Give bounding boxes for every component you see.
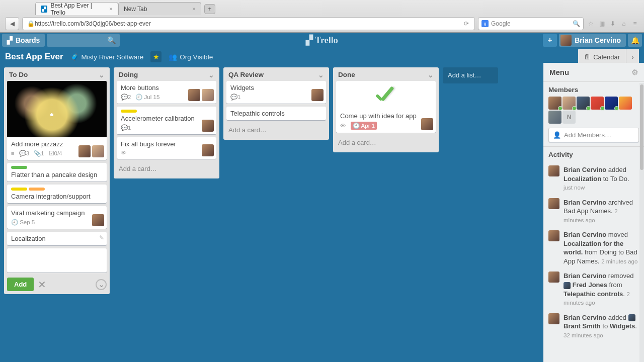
boards-button[interactable]: ▞ Boards <box>2 34 45 47</box>
trello-logo[interactable]: ▞ Trello <box>306 35 338 46</box>
avatar[interactable] <box>202 144 214 156</box>
add-list-button[interactable]: Add a list… <box>443 67 498 83</box>
list-header[interactable]: To Do⌄ <box>4 67 110 81</box>
notifications-button[interactable]: 🔔 <box>628 34 642 47</box>
label[interactable] <box>121 110 137 113</box>
avatar[interactable] <box>421 118 433 130</box>
list-menu-icon[interactable]: ⌄ <box>428 71 434 79</box>
card[interactable]: Come up with idea for app👁🕘 Apr 1 <box>336 81 436 133</box>
scrollbar-thumb[interactable] <box>640 84 643 170</box>
list-header[interactable]: QA Review⌄ <box>223 67 329 81</box>
avatar[interactable] <box>548 111 561 124</box>
url-bar[interactable]: 🔒 https://trello.com/b/3dQdjg06/best-app… <box>22 17 475 30</box>
avatar[interactable] <box>605 97 618 110</box>
composer-input[interactable] <box>7 248 107 273</box>
card-members <box>202 144 214 156</box>
options-icon[interactable]: ⌄ <box>96 279 107 290</box>
card-labels <box>11 166 103 169</box>
card-labels <box>11 188 103 191</box>
gear-icon[interactable]: ⚙ <box>631 68 638 77</box>
watch-icon: 👁 <box>340 123 346 129</box>
card-members <box>92 214 104 226</box>
comments-badge: 💬1 <box>121 124 131 131</box>
card[interactable]: Viral marketing campaign🕘 Sep 5 <box>7 206 107 229</box>
label[interactable] <box>29 188 45 191</box>
avatar[interactable] <box>92 214 104 226</box>
close-icon[interactable]: ✕ <box>38 279 46 291</box>
board-org[interactable]: 🧳Misty River Software <box>70 53 144 61</box>
edit-icon[interactable]: ✎ <box>99 234 104 241</box>
activity-text: Brian Cervino removed Fred Jones from Te… <box>564 272 639 307</box>
card[interactable]: Widgets💬1 <box>226 81 326 104</box>
activity-text: Brian Cervino archived Bad App Names. 2 … <box>564 198 639 225</box>
header-search[interactable]: 🔍 <box>47 34 120 47</box>
card[interactable]: Add more pizzazz≡💬3📎1☑0/4 <box>7 81 107 160</box>
avatar-initial[interactable]: N <box>562 111 576 124</box>
card[interactable]: Camera integration/support <box>7 185 107 203</box>
list-menu-icon[interactable]: ⌄ <box>208 71 214 79</box>
avatar[interactable] <box>577 97 590 110</box>
avatar[interactable] <box>591 97 604 110</box>
list-header[interactable]: Done⌄ <box>333 67 439 81</box>
new-tab-button[interactable]: + <box>204 4 215 14</box>
tab-title: Best App Ever | Trello <box>50 2 106 16</box>
downloads-icon[interactable]: ⬇ <box>609 20 617 28</box>
board-title[interactable]: Best App Ever <box>5 52 63 62</box>
menu-title: Menu <box>549 68 569 76</box>
card[interactable]: Accelerometer calibration💬1 <box>117 107 216 134</box>
add-card-link[interactable]: Add a card… <box>223 123 329 137</box>
star-button[interactable]: ★ <box>150 51 162 62</box>
avatar[interactable] <box>202 120 214 132</box>
due-badge: 🕘 Sep 5 <box>11 219 35 226</box>
avatar[interactable] <box>562 97 576 110</box>
card-title: Viral marketing campaign <box>11 209 103 217</box>
due-badge: 🕘 Apr 1 <box>351 122 377 130</box>
activity-item: Brian Cervino added Fred Jones to Telepa… <box>543 342 644 343</box>
avatar[interactable] <box>202 89 214 101</box>
browser-toolbar: ◀ 🔒 https://trello.com/b/3dQdjg06/best-a… <box>0 15 644 32</box>
bookmark-icon[interactable]: ☆ <box>587 20 595 28</box>
scrollbar[interactable] <box>639 83 644 362</box>
card-title: Come up with idea for app <box>340 112 432 120</box>
card[interactable]: Flatter than a pancake design <box>7 163 107 182</box>
add-card-button[interactable]: Add <box>7 278 34 291</box>
close-icon[interactable]: × <box>109 6 113 13</box>
clipboard-icon[interactable]: ▥ <box>598 20 606 28</box>
avatar[interactable] <box>619 97 632 110</box>
home-icon[interactable]: ⌂ <box>620 20 628 28</box>
avatar <box>628 314 635 321</box>
create-button[interactable]: ＋ <box>543 34 557 47</box>
menu-icon[interactable]: ≡ <box>631 20 639 28</box>
card[interactable]: Localization✎ <box>7 232 107 245</box>
browser-search[interactable]: g Google 🔍 <box>478 17 584 30</box>
browser-tab[interactable]: New Tab × <box>118 2 201 15</box>
comments-badge: 💬1 <box>230 94 240 101</box>
back-button[interactable]: ◀ <box>5 17 19 30</box>
card[interactable]: More buttons💬2🕘 Jul 15 <box>117 81 216 104</box>
attachment-badge: 📎1 <box>34 150 44 157</box>
avatar[interactable] <box>311 89 324 101</box>
avatar <box>548 198 559 209</box>
list-header[interactable]: Doing⌄ <box>114 67 219 81</box>
card-title: Widgets <box>230 84 322 92</box>
watch-icon: 👁 <box>121 150 127 156</box>
list: To Do⌄Add more pizzazz≡💬3📎1☑0/4Flatter t… <box>4 67 110 294</box>
close-icon[interactable]: × <box>192 6 196 13</box>
add-members-button[interactable]: 👤 Add Members… <box>548 128 639 142</box>
board-visibility[interactable]: 👥Org Visible <box>169 53 213 61</box>
list-menu-icon[interactable]: ⌄ <box>318 71 324 79</box>
avatar[interactable] <box>548 97 561 110</box>
avatar[interactable] <box>188 89 200 101</box>
avatar[interactable] <box>92 145 104 157</box>
label[interactable] <box>11 188 27 191</box>
list-menu-icon[interactable]: ⌄ <box>99 71 105 79</box>
add-card-link[interactable]: Add a card… <box>333 136 439 149</box>
avatar[interactable] <box>78 145 91 157</box>
card[interactable]: Telepathic controls <box>226 107 326 120</box>
reload-icon[interactable]: ⟳ <box>462 20 470 28</box>
add-card-link[interactable]: Add a card… <box>114 162 219 175</box>
user-menu[interactable]: Brian Cervino <box>559 34 626 47</box>
browser-tab-active[interactable]: ▞ Best App Ever | Trello × <box>35 2 118 15</box>
card[interactable]: Fix all bugs forever👁 <box>117 137 216 159</box>
label[interactable] <box>11 166 27 169</box>
